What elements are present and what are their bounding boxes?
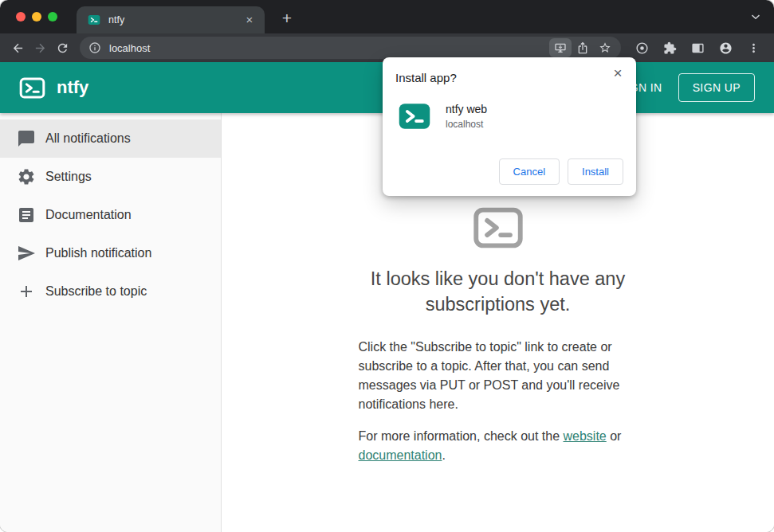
reload-icon[interactable] xyxy=(51,37,73,59)
plus-icon xyxy=(17,282,36,301)
forward-icon[interactable] xyxy=(29,37,51,59)
minimize-window-button[interactable] xyxy=(32,12,41,22)
empty-state-title: It looks like you don't have any subscri… xyxy=(331,266,666,317)
ntfy-favicon-icon xyxy=(88,14,100,26)
ntfy-logo-icon xyxy=(473,202,524,253)
tab-title: ntfy xyxy=(108,14,242,25)
install-button[interactable]: Install xyxy=(568,158,623,185)
send-icon xyxy=(17,244,36,263)
dialog-buttons: Cancel Install xyxy=(499,158,623,185)
zoom-window-button[interactable] xyxy=(48,12,57,22)
chat-bubble-icon xyxy=(17,129,36,148)
install-app-icon[interactable] xyxy=(549,38,572,57)
dialog-app-info: ntfy web localhost xyxy=(446,103,487,130)
close-window-button[interactable] xyxy=(16,12,26,22)
site-info-icon[interactable] xyxy=(88,41,101,54)
install-app-dialog: Install app? × ntfy web localhost Cancel… xyxy=(383,57,636,196)
sidebar-item-publish-notification[interactable]: Publish notification xyxy=(0,234,221,272)
article-icon xyxy=(17,205,36,225)
dialog-app-row: ntfy web localhost xyxy=(398,100,623,133)
sidebar-item-subscribe-to-topic[interactable]: Subscribe to topic xyxy=(0,272,221,311)
new-tab-button[interactable]: + xyxy=(276,8,298,30)
app-name: ntfy web xyxy=(446,103,487,115)
app-origin: localhost xyxy=(446,119,487,130)
extensions-cluster xyxy=(627,37,768,59)
back-icon[interactable] xyxy=(6,37,29,59)
extensions-puzzle-icon[interactable] xyxy=(658,37,681,59)
dialog-close-icon[interactable]: × xyxy=(609,64,627,81)
browser-window: ntfy × + localhost xyxy=(0,0,774,532)
address-bar[interactable]: localhost xyxy=(80,37,621,59)
share-icon[interactable] xyxy=(572,38,594,57)
empty-state-paragraph: Click the "Subscribe to topic" link to c… xyxy=(359,338,638,414)
links-paragraph-suffix: . xyxy=(442,448,445,462)
window-controls xyxy=(16,12,57,22)
sidebar-item-label: Publish notification xyxy=(45,246,151,260)
dialog-title: Install app? xyxy=(395,71,623,84)
url-text: localhost xyxy=(109,42,549,54)
ntfy-logo-icon xyxy=(19,75,45,101)
links-paragraph-prefix: For more information, check out the xyxy=(359,429,564,443)
sidebar: All notifications Settings Documentation… xyxy=(0,113,222,532)
sidebar-item-label: Subscribe to topic xyxy=(45,284,147,299)
browser-menu-icon[interactable] xyxy=(742,37,764,59)
brand-name: ntfy xyxy=(57,77,88,98)
browser-tab[interactable]: ntfy × xyxy=(77,6,265,33)
sidebar-item-label: All notifications xyxy=(45,131,131,146)
profile-avatar-icon[interactable] xyxy=(714,37,737,59)
cancel-button[interactable]: Cancel xyxy=(499,158,560,185)
links-paragraph-middle: or xyxy=(607,429,622,443)
empty-state-links-paragraph: For more information, check out the webs… xyxy=(359,427,638,465)
side-panel-icon[interactable] xyxy=(686,37,709,59)
sidebar-item-all-notifications[interactable]: All notifications xyxy=(0,119,221,158)
bookmark-star-icon[interactable] xyxy=(594,38,616,57)
sidebar-item-label: Settings xyxy=(45,170,92,184)
sidebar-item-label: Documentation xyxy=(45,208,132,222)
sidebar-item-settings[interactable]: Settings xyxy=(0,158,221,196)
tab-search-chevron-icon[interactable] xyxy=(748,10,763,24)
password-manager-extension-icon[interactable] xyxy=(631,37,653,59)
sidebar-item-documentation[interactable]: Documentation xyxy=(0,196,221,234)
gear-icon xyxy=(17,167,36,186)
tab-strip: ntfy × + xyxy=(0,0,774,33)
ntfy-app-icon xyxy=(398,100,431,133)
tab-close-icon[interactable]: × xyxy=(242,13,257,27)
documentation-link[interactable]: documentation xyxy=(359,448,442,462)
website-link[interactable]: website xyxy=(564,429,607,443)
sign-up-button[interactable]: SIGN UP xyxy=(678,73,755,102)
